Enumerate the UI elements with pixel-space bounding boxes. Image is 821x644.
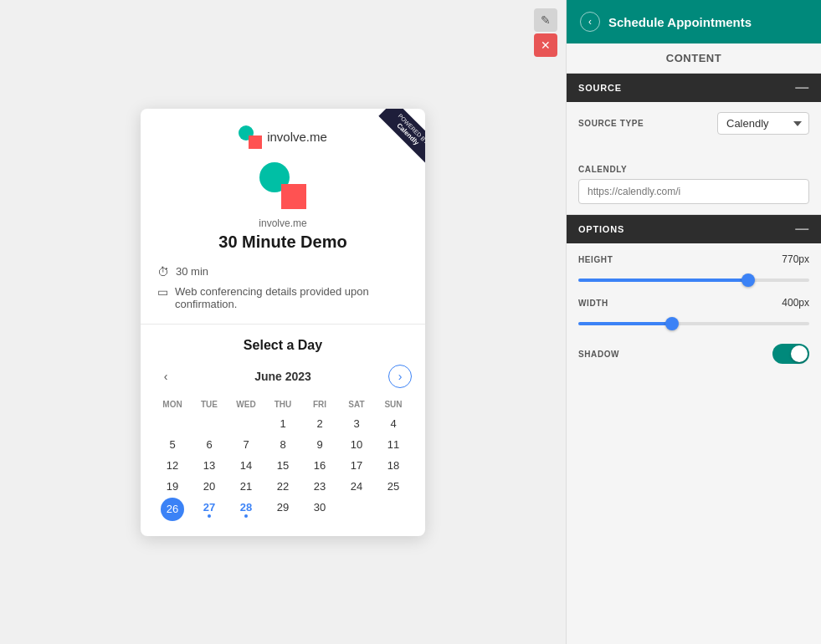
source-section-body: SOURCE TYPE Calendly Other	[567, 102, 821, 155]
event-meta: ⏱ 30 min ▭ Web conferencing details prov…	[157, 265, 408, 310]
cal-cell-4[interactable]: 4	[375, 414, 412, 433]
presenter-square	[281, 184, 306, 209]
cal-cell-1[interactable]: 1	[264, 414, 301, 433]
options-section-header[interactable]: OPTIONS —	[567, 215, 821, 243]
panel-body: SOURCE — SOURCE TYPE Calendly Other CALE…	[567, 74, 821, 644]
cal-cell-empty2	[375, 498, 412, 521]
cal-cell-30[interactable]: 30	[301, 498, 338, 521]
toggle-knob	[791, 345, 808, 362]
cal-cell-22[interactable]: 22	[264, 477, 301, 496]
cal-cell-28[interactable]: 28	[228, 498, 264, 521]
cal-cell-15[interactable]: 15	[264, 456, 301, 475]
cal-cell-16[interactable]: 16	[301, 456, 338, 475]
width-slider[interactable]	[578, 322, 809, 325]
cal-cell	[154, 414, 191, 433]
org-name: involve.me	[157, 217, 408, 229]
height-slider[interactable]	[578, 279, 809, 282]
right-panel: ‹ Schedule Appointments CONTENT SOURCE —…	[566, 0, 821, 644]
duration-item: ⏱ 30 min	[157, 265, 408, 279]
logo-icon	[239, 125, 262, 149]
event-title: 30 Minute Demo	[157, 233, 408, 252]
calendar-nav: ‹ June 2023 ›	[154, 365, 412, 388]
day-header-tue: TUE	[191, 398, 228, 411]
cal-cell	[228, 414, 264, 433]
panel-title: Schedule Appointments	[608, 15, 752, 29]
width-value: 400px	[782, 297, 809, 309]
source-section-header[interactable]: SOURCE —	[567, 74, 821, 102]
source-type-label: SOURCE TYPE	[578, 119, 644, 128]
cal-cell-8[interactable]: 8	[264, 435, 301, 454]
cal-cell-5[interactable]: 5	[154, 435, 191, 454]
cal-cell-17[interactable]: 17	[338, 456, 375, 475]
cal-cell-3[interactable]: 3	[338, 414, 375, 433]
cal-cell-2[interactable]: 2	[301, 414, 338, 433]
prev-month-button[interactable]: ‹	[154, 365, 177, 388]
source-label: SOURCE	[578, 83, 622, 93]
logo-text: involve.me	[267, 130, 327, 144]
video-icon: ▭	[157, 285, 168, 299]
cal-cell-20[interactable]: 20	[191, 477, 228, 496]
next-month-button[interactable]: ›	[388, 365, 412, 388]
cal-cell-19[interactable]: 19	[154, 477, 191, 496]
cal-cell-29[interactable]: 29	[264, 498, 301, 521]
cal-cell-25[interactable]: 25	[375, 477, 412, 496]
calendly-card: POWERED BY Calendly involve.me involve.m…	[141, 109, 425, 536]
content-label: CONTENT	[567, 43, 821, 74]
day-header-sat: SAT	[338, 398, 375, 411]
calendar-grid: MON TUE WED THU FRI SAT SUN 1 2 3 4	[154, 398, 412, 521]
calendar-row-2: 5 6 7 8 9 10 11	[154, 435, 412, 454]
calendar-header-row: MON TUE WED THU FRI SAT SUN	[154, 398, 412, 411]
calendar-row-1: 1 2 3 4	[154, 414, 412, 433]
close-button[interactable]: ✕	[534, 33, 557, 57]
cal-cell-13[interactable]: 13	[191, 456, 228, 475]
logo-square	[249, 135, 262, 149]
width-label-row: WIDTH 400px	[578, 297, 809, 309]
day-header-fri: FRI	[301, 398, 338, 411]
pencil-button[interactable]: ✎	[534, 8, 557, 32]
current-month: June 2023	[254, 370, 311, 383]
cal-cell-9[interactable]: 9	[301, 435, 338, 454]
powered-badge: POWERED BY Calendly	[367, 109, 425, 167]
card-calendar: Select a Day ‹ June 2023 › MON TUE WED T…	[141, 325, 425, 536]
calendar-row-3: 12 13 14 15 16 17 18	[154, 456, 412, 475]
powered-text: POWERED BY Calendly	[378, 109, 425, 164]
cal-cell-18[interactable]: 18	[375, 456, 412, 475]
shadow-toggle[interactable]	[772, 344, 809, 364]
calendly-url-input[interactable]	[578, 179, 809, 204]
cal-cell-12[interactable]: 12	[154, 456, 191, 475]
cal-cell-11[interactable]: 11	[375, 435, 412, 454]
calendly-url-section: CALENDLY	[567, 155, 821, 215]
cal-cell-24[interactable]: 24	[338, 477, 375, 496]
shadow-label: SHADOW	[578, 350, 619, 359]
cal-cell-21[interactable]: 21	[228, 477, 264, 496]
calendar-row-5: 26 27 28 29 30	[154, 498, 412, 521]
canvas-area: ✎ ✕ POWERED BY Calendly involve.me	[0, 0, 566, 644]
presenter-avatar	[259, 162, 306, 209]
cal-cell-6[interactable]: 6	[191, 435, 228, 454]
video-item: ▭ Web conferencing details provided upon…	[157, 285, 408, 310]
height-slider-row: HEIGHT 770px	[578, 253, 809, 285]
cal-cell-26-today[interactable]: 26	[161, 498, 184, 521]
cal-cell	[191, 414, 228, 433]
back-button[interactable]: ‹	[580, 12, 600, 32]
select-day-title: Select a Day	[154, 338, 412, 353]
width-label: WIDTH	[578, 299, 608, 308]
cal-cell-7[interactable]: 7	[228, 435, 264, 454]
cal-cell-10[interactable]: 10	[338, 435, 375, 454]
day-header-mon: MON	[154, 398, 191, 411]
day-header-wed: WED	[228, 398, 264, 411]
shadow-toggle-row: SHADOW	[578, 340, 809, 367]
cal-cell-empty	[338, 498, 375, 521]
options-section-body: HEIGHT 770px WIDTH 400px SHADOW	[567, 243, 821, 377]
height-value: 770px	[782, 253, 809, 265]
cal-cell-27[interactable]: 27	[191, 498, 228, 521]
cal-cell-14[interactable]: 14	[228, 456, 264, 475]
day-header-sun: SUN	[375, 398, 412, 411]
calendar-row-4: 19 20 21 22 23 24 25	[154, 477, 412, 496]
source-type-select[interactable]: Calendly Other	[717, 112, 809, 135]
duration-text: 30 min	[176, 265, 208, 278]
cal-cell-23[interactable]: 23	[301, 477, 338, 496]
panel-header: ‹ Schedule Appointments	[567, 0, 821, 43]
source-type-row: SOURCE TYPE Calendly Other	[578, 112, 809, 135]
calendly-url-label: CALENDLY	[578, 165, 809, 174]
